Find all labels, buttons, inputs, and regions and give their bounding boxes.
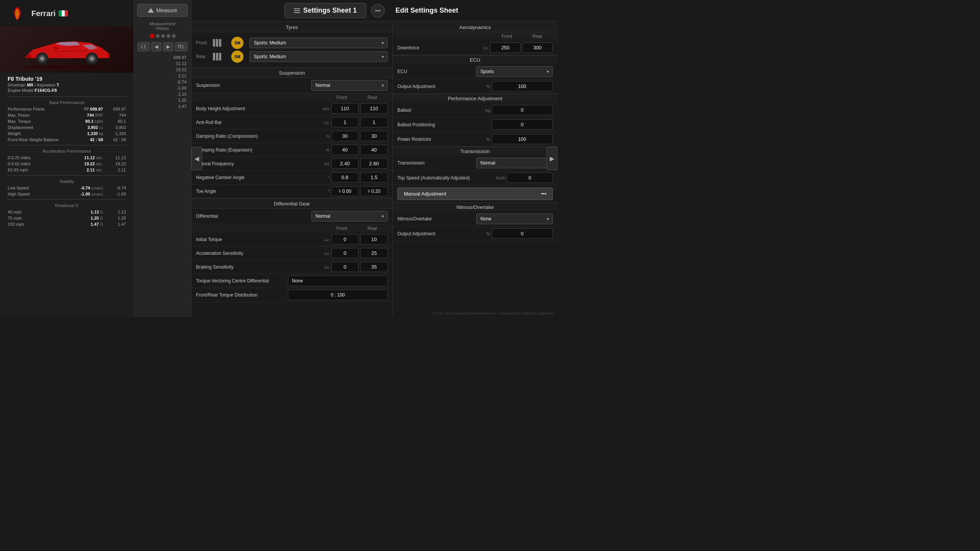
torque-row: Max. Torque 80.1 kgfm 80.1 [3, 118, 131, 124]
accel-0-62-row: 0-0.62 miles 19.22 sec. 19.22 [3, 161, 131, 167]
perf-adj-header: Performance Adjustment [393, 94, 557, 103]
pp-row: Performance Points PP 699.97 699.97 [3, 106, 131, 112]
ecu-select[interactable]: Sports [476, 66, 553, 77]
main-content: Settings Sheet 1 ••• Edit Settings Sheet… [191, 0, 557, 317]
edit-settings-button[interactable]: Edit Settings Sheet [389, 3, 464, 18]
tyres-section: Front SM Sports: Medium Rear [191, 32, 392, 67]
damping-comp-rear-value[interactable]: 30 [360, 131, 388, 141]
downforce-front-value[interactable]: 250 [490, 42, 521, 53]
history-dot-active [150, 34, 154, 38]
hamburger-icon [294, 8, 300, 13]
accel-sens-row: Acceleration Sensitivity Lv. 0 25 [191, 246, 392, 260]
ecu-section-header: ECU [393, 55, 557, 64]
toe-rear-value[interactable]: ⇅ 0.20 [360, 186, 388, 196]
scroll-right-button[interactable]: ▶ [547, 147, 557, 170]
anti-roll-front-value[interactable]: 1 [331, 117, 359, 127]
next-button[interactable]: ▶ [163, 42, 173, 51]
divider-3 [8, 175, 126, 176]
top-bar: Settings Sheet 1 ••• Edit Settings Sheet [191, 0, 557, 21]
diff-front-col-header: Front [327, 226, 357, 231]
rear-tyre-label: Rear [196, 54, 210, 59]
trans-select[interactable]: Normal [476, 158, 553, 168]
body-height-row: Body Height Adjustment mm 110 110 [191, 102, 392, 116]
nitrous-select[interactable]: None [476, 214, 553, 224]
accel-sens-rear-value[interactable]: 25 [360, 248, 388, 258]
front-tyre-select[interactable]: Sports: Medium [250, 37, 388, 48]
suspension-section: Suspension Suspension Normal Front Rear [191, 67, 392, 198]
damping-comp-front-value[interactable]: 30 [331, 131, 359, 141]
trans-header: Transmission [393, 147, 557, 156]
braking-sens-front-value[interactable]: 0 [331, 262, 359, 272]
nitrous-select-wrapper: None [476, 214, 553, 224]
base-performance-header: Base Performance [0, 99, 134, 106]
body-height-rear-value[interactable]: 110 [360, 103, 388, 114]
rotational-stats-table: 40 mph 1.13 G 1.13 75 mph 1.25 G 1.25 15… [0, 209, 134, 227]
history-dots [150, 34, 176, 38]
ballast-pos-value[interactable]: 0 [492, 119, 553, 130]
prev-button[interactable]: ◀ [151, 42, 162, 51]
r1-button[interactable]: R1 [175, 42, 188, 51]
compare-high-speed: -1.00 [137, 85, 188, 91]
neg-camber-row: Negative Camber Angle ° 0.8 1.5 [191, 171, 392, 184]
ecu-dropdown-row: ECU Sports [393, 64, 557, 79]
neg-camber-rear-value[interactable]: 1.5 [360, 172, 388, 183]
divider-1 [8, 96, 126, 97]
anti-roll-rear-value[interactable]: 1 [360, 117, 388, 127]
suspension-dropdown-row: Suspension Normal [191, 78, 392, 93]
init-torque-row: Initial Torque Lv. 0 10 [191, 233, 392, 246]
differential-section: Differential Gear Differential Normal Fr… [191, 198, 392, 302]
divider-4 [8, 199, 126, 200]
rear-sm-badge: SM [231, 51, 243, 63]
scroll-left-button[interactable]: ◀ [191, 147, 202, 170]
front-tyre-select-wrapper: Sports: Medium [250, 37, 388, 48]
front-rear-dist-value[interactable]: 0 : 100 [288, 290, 388, 300]
engine-model-row: Engine Model F154CG-F8 [8, 88, 126, 93]
manual-adjustment-button[interactable]: Manual Adjustment ••• [397, 187, 553, 200]
top-speed-value[interactable]: 0 [507, 173, 553, 183]
damping-exp-rear-value[interactable]: 40 [360, 145, 388, 155]
output-adj-value[interactable]: 100 [492, 81, 553, 91]
diff-rear-col-header: Rear [357, 226, 388, 231]
nat-freq-rear-value[interactable]: 2.60 [360, 158, 388, 169]
compare-40mph: 1.13 [137, 91, 188, 97]
diff-col-headers: Front Rear [191, 224, 392, 233]
svg-point-7 [40, 57, 44, 60]
accel-stats-table: 0-0.25 miles 11.12 sec. 11.12 0-0.62 mil… [0, 155, 134, 173]
power-rest-value[interactable]: 100 [492, 134, 553, 144]
braking-sens-rear-value[interactable]: 35 [360, 262, 388, 272]
nat-freq-front-value[interactable]: 2.40 [331, 158, 359, 169]
l1-button[interactable]: L1 [137, 42, 149, 51]
ballast-value[interactable]: 0 [492, 105, 553, 115]
trans-select-wrapper: Normal [476, 158, 553, 168]
compare-pp: 699.97 [137, 54, 188, 60]
power-row: Max. Power 744 BHP 744 [3, 112, 131, 118]
neg-camber-front-value[interactable]: 0.8 [331, 172, 359, 183]
torque-vec-value[interactable]: None [288, 276, 388, 286]
more-options-button[interactable]: ••• [371, 4, 385, 18]
damping-exp-front-value[interactable]: 40 [331, 145, 359, 155]
toe-front-value[interactable]: ⇅ 0.00 [331, 186, 359, 196]
toe-angle-row: Toe Angle ° ⇅ 0.00 ⇅ 0.20 [191, 184, 392, 198]
aero-rear-header: Rear [522, 34, 553, 39]
body-height-front-value[interactable]: 110 [331, 103, 359, 114]
base-stats-table: Performance Points PP 699.97 699.97 Max.… [0, 106, 134, 143]
compare-0-25: 11.12 [137, 60, 188, 67]
middle-column: Tyres Front SM Sports: Medium Rear [191, 21, 393, 317]
nitrous-output-row: Output Adjustment % 0 [393, 227, 557, 241]
downforce-rear-value[interactable]: 300 [522, 42, 553, 53]
init-torque-front-value[interactable]: 0 [331, 234, 359, 245]
suspension-title: Suspension [191, 67, 392, 78]
nitrous-output-value[interactable]: 0 [492, 228, 553, 239]
downforce-row: Downforce Lv. 250 300 [393, 41, 557, 55]
suspension-select[interactable]: Normal [311, 80, 388, 91]
car-silhouette [17, 31, 117, 69]
svg-rect-1 [59, 10, 62, 16]
differential-select[interactable]: Normal [311, 211, 388, 222]
compare-62-93: 2.11 [137, 73, 188, 79]
accel-sens-front-value[interactable]: 0 [331, 248, 359, 258]
rear-tyre-select[interactable]: Sports: Medium [250, 51, 388, 62]
torque-vec-row: Torque-Vectoring Centre Differential Non… [191, 274, 392, 288]
settings-sheet-button[interactable]: Settings Sheet 1 [284, 3, 366, 18]
init-torque-rear-value[interactable]: 10 [360, 234, 388, 245]
measure-button[interactable]: Measure [137, 4, 188, 17]
